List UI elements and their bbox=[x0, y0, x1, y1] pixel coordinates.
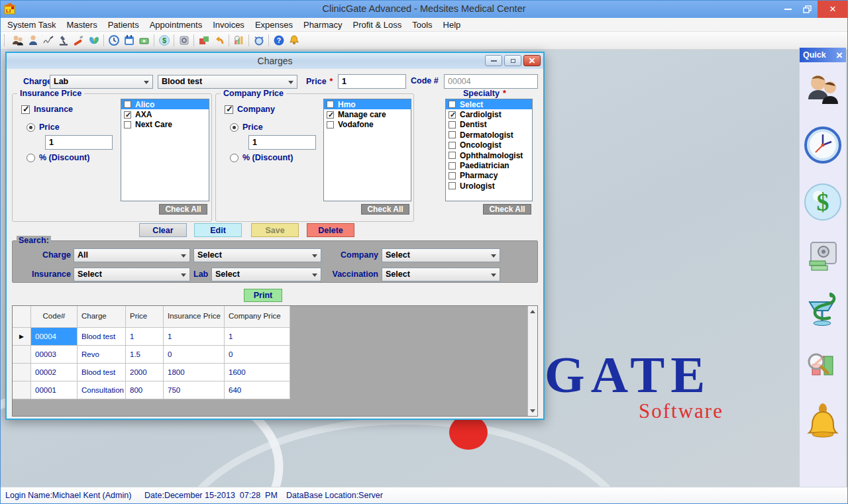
checkbox-icon[interactable] bbox=[327, 111, 334, 119]
cell-charge[interactable]: Revo bbox=[78, 346, 126, 364]
report-icon[interactable] bbox=[231, 33, 246, 48]
cell-insurance-price[interactable]: 750 bbox=[164, 381, 225, 399]
code-input[interactable]: 00004 bbox=[444, 74, 538, 89]
clear-button[interactable]: Clear bbox=[139, 223, 187, 237]
doctor-icon[interactable] bbox=[86, 33, 101, 48]
grid-header-company-price[interactable]: Company Price bbox=[225, 306, 290, 328]
company-price-input[interactable]: 1 bbox=[248, 135, 316, 150]
quick-close-icon[interactable] bbox=[836, 50, 843, 61]
patient-icon[interactable] bbox=[25, 33, 40, 48]
list-item[interactable]: Paediatrician bbox=[446, 160, 532, 170]
pharmacy-icon[interactable] bbox=[804, 291, 841, 334]
list-item[interactable]: Dentist bbox=[446, 120, 532, 130]
cell-charge[interactable]: Blood test bbox=[78, 364, 126, 381]
cell-company-price[interactable]: 0 bbox=[225, 346, 290, 364]
list-item[interactable]: AXA bbox=[121, 109, 209, 119]
list-item[interactable]: Cardiolgist bbox=[446, 109, 532, 119]
menu-expenses[interactable]: Expenses bbox=[250, 18, 298, 32]
list-item[interactable]: Pharmacy bbox=[446, 171, 532, 181]
delete-button[interactable]: Delete bbox=[307, 223, 354, 237]
search-lab-select[interactable]: Select bbox=[211, 268, 321, 281]
menu-patients[interactable]: Patients bbox=[103, 18, 144, 32]
grid-scrollbar[interactable] bbox=[527, 306, 537, 416]
checkbox-icon[interactable] bbox=[124, 121, 131, 128]
cell-company-price[interactable]: 640 bbox=[225, 381, 290, 399]
menu-help[interactable]: Help bbox=[438, 18, 466, 32]
menu-profit-loss[interactable]: Profit & Loss bbox=[348, 18, 407, 32]
calendar-icon[interactable] bbox=[121, 33, 136, 48]
company-discount-radio[interactable]: % (Discount) bbox=[230, 153, 293, 162]
restore-icon[interactable] bbox=[798, 0, 818, 18]
menu-masters[interactable]: Masters bbox=[61, 18, 102, 32]
table-row[interactable]: 00002 Blood test 2000 1800 1600 bbox=[13, 364, 291, 381]
patients-icon[interactable] bbox=[804, 73, 841, 110]
search-insurance-select[interactable]: Select bbox=[74, 268, 190, 281]
checkbox-icon[interactable] bbox=[124, 111, 131, 119]
menu-invoices[interactable]: Invoices bbox=[207, 18, 250, 32]
checkbox-icon[interactable] bbox=[449, 162, 456, 170]
clock-icon[interactable] bbox=[804, 126, 842, 167]
cell-price[interactable]: 1.5 bbox=[126, 346, 164, 364]
cell-price[interactable]: 800 bbox=[126, 381, 164, 399]
checkbox-icon[interactable] bbox=[327, 121, 334, 128]
list-item[interactable]: Hmo bbox=[324, 99, 411, 109]
insurance-list[interactable]: Alico AXA Next Care bbox=[121, 99, 209, 201]
list-item[interactable]: Dermatologist bbox=[446, 130, 532, 140]
scroll-down-icon[interactable] bbox=[528, 405, 537, 416]
checkbox-icon[interactable] bbox=[449, 152, 456, 159]
row-selector[interactable] bbox=[13, 364, 31, 381]
alarm-icon[interactable] bbox=[251, 33, 266, 48]
save-button[interactable]: Save bbox=[251, 223, 299, 237]
minimize-icon[interactable] bbox=[778, 0, 798, 18]
cell-code[interactable]: 00002 bbox=[31, 364, 78, 381]
company-checkbox[interactable]: Company bbox=[225, 105, 275, 114]
safe-icon[interactable] bbox=[176, 33, 191, 48]
grid-header-insurance-price[interactable]: Insurance Price bbox=[164, 306, 225, 328]
edit-button[interactable]: Edit bbox=[194, 223, 242, 237]
row-selector[interactable] bbox=[13, 381, 31, 399]
search-company-select[interactable]: Select bbox=[382, 248, 500, 262]
radio-icon[interactable] bbox=[230, 123, 238, 132]
list-item[interactable]: Alico bbox=[121, 99, 209, 109]
checkbox-icon[interactable] bbox=[449, 111, 456, 119]
checkbox-icon[interactable] bbox=[449, 131, 456, 138]
search-charge-item-select[interactable]: Select bbox=[193, 248, 321, 262]
checkbox-icon[interactable] bbox=[225, 105, 233, 114]
dialog-restore-icon[interactable] bbox=[504, 55, 521, 66]
microscope-icon[interactable] bbox=[56, 33, 71, 48]
table-row[interactable]: 00004 Blood test 1 1 1 bbox=[13, 328, 291, 346]
dollar-icon[interactable]: $ bbox=[804, 183, 842, 224]
menu-system-task[interactable]: System Task bbox=[2, 18, 61, 32]
radio-icon[interactable] bbox=[230, 154, 238, 162]
charge-category-select[interactable]: Lab bbox=[50, 75, 153, 89]
checkbox-icon[interactable] bbox=[449, 121, 456, 128]
insurance-check-all-button[interactable]: Check All bbox=[159, 204, 207, 215]
menu-appointments[interactable]: Appointments bbox=[144, 18, 208, 32]
cell-company-price[interactable]: 1600 bbox=[225, 364, 290, 381]
undo-icon[interactable] bbox=[211, 33, 227, 48]
print-button[interactable]: Print bbox=[244, 289, 282, 302]
list-item[interactable]: Oncologist bbox=[446, 140, 532, 150]
dialog-minimize-icon[interactable] bbox=[485, 55, 502, 66]
search-vaccination-select[interactable]: Select bbox=[382, 268, 500, 281]
checkbox-icon[interactable] bbox=[327, 101, 334, 108]
cell-code[interactable]: 00004 bbox=[31, 328, 78, 346]
menu-tools[interactable]: Tools bbox=[407, 18, 437, 32]
row-selector-icon[interactable] bbox=[13, 328, 31, 346]
cell-price[interactable]: 1 bbox=[126, 328, 164, 346]
insurance-discount-radio[interactable]: % (Discount) bbox=[26, 153, 89, 162]
row-selector[interactable] bbox=[13, 346, 31, 364]
cell-company-price[interactable]: 1 bbox=[225, 328, 290, 346]
list-item[interactable]: Ophthalmologist bbox=[446, 150, 532, 160]
signature-icon[interactable] bbox=[40, 33, 56, 48]
prescription-icon[interactable] bbox=[71, 33, 86, 48]
list-item[interactable]: Select bbox=[446, 99, 532, 109]
list-item[interactable]: Next Care bbox=[121, 120, 209, 130]
checkbox-icon[interactable] bbox=[449, 172, 456, 179]
cell-code[interactable]: 00001 bbox=[31, 381, 78, 399]
checkbox-icon[interactable] bbox=[449, 101, 456, 108]
bell-icon[interactable] bbox=[286, 33, 301, 48]
table-row[interactable]: 00001 Consultation 800 750 640 bbox=[13, 381, 291, 399]
dialog-title-bar[interactable]: Charges bbox=[7, 53, 543, 69]
insurance-price-radio[interactable]: Price bbox=[26, 123, 60, 132]
